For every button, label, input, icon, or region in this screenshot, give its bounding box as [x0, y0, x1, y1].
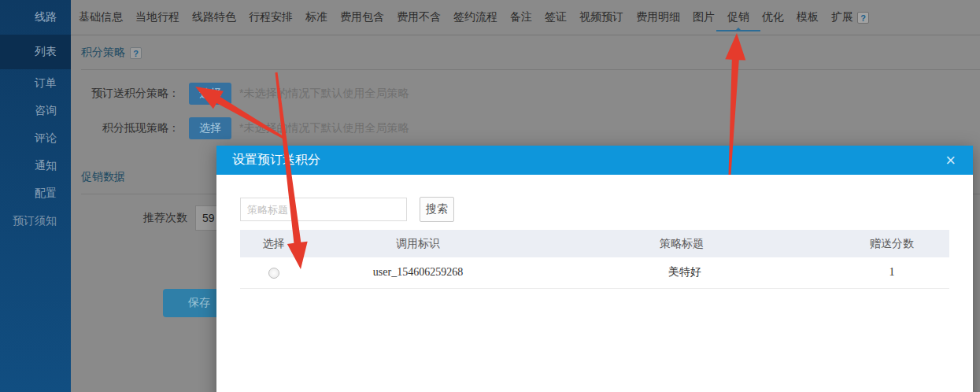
sidebar-item-notifications[interactable]: 通知: [0, 152, 71, 179]
column-header-points: 赠送分数: [834, 230, 949, 257]
sidebar-item-comments[interactable]: 评论: [0, 124, 71, 152]
promo-data-title-text: 促销数据: [81, 170, 125, 184]
sidebar-item-list[interactable]: 列表: [0, 35, 71, 69]
policy-table-header-row: 选择 调用标识 策略标题 赠送分数: [240, 230, 949, 257]
app-window: 线路 列表 订单 咨询 评论 通知 配置 预订须知 基础信息 当地行程 线路特色…: [0, 0, 980, 392]
tab-fee-included[interactable]: 费用包含: [340, 10, 384, 24]
tab-itinerary-plan[interactable]: 行程安排: [249, 10, 293, 24]
points-redeem-select-button[interactable]: 选择: [189, 117, 231, 139]
tab-fee-details[interactable]: 费用明细: [636, 10, 680, 24]
policy-table: 选择 调用标识 策略标题 赠送分数 user_154606259268 美特好 …: [240, 230, 949, 289]
tab-local-itinerary[interactable]: 当地行程: [135, 10, 179, 24]
tab-signing-process[interactable]: 签约流程: [453, 10, 497, 24]
column-header-policy-title: 策略标题: [529, 230, 834, 257]
tab-fee-excluded[interactable]: 费用不含: [397, 10, 441, 24]
sidebar: 线路 列表 订单 咨询 评论 通知 配置 预订须知: [0, 0, 71, 392]
cell-call-id: user_154606259268: [307, 257, 529, 288]
tab-video-booking[interactable]: 视频预订: [579, 10, 623, 24]
points-redeem-policy-label: 积分抵现策略：: [81, 121, 179, 135]
tab-extension[interactable]: 扩展 ?: [831, 10, 869, 24]
cell-points: 1: [834, 257, 949, 288]
section-divider: [81, 69, 980, 70]
points-policy-title-text: 积分策略: [81, 46, 125, 60]
column-header-select: 选择: [240, 230, 307, 257]
table-row: user_154606259268 美特好 1: [240, 257, 949, 288]
policy-title-search-input[interactable]: [240, 198, 407, 221]
modal-body: 搜索 选择 调用标识 策略标题 赠送分数 user_154606259268 美…: [216, 175, 973, 289]
search-button[interactable]: 搜索: [420, 197, 454, 222]
column-header-call-id: 调用标识: [307, 230, 529, 257]
tab-optimization[interactable]: 优化: [762, 10, 784, 24]
modal-title: 设置预订送积分: [232, 152, 945, 168]
points-redeem-hint: *未选择的情况下默认使用全局策略: [239, 121, 409, 135]
sidebar-item-orders[interactable]: 订单: [0, 69, 71, 97]
tab-route-features[interactable]: 线路特色: [192, 10, 236, 24]
help-icon[interactable]: ?: [857, 12, 869, 24]
points-redeem-policy-row: 积分抵现策略： 选择 *未选择的情况下默认使用全局策略: [81, 117, 980, 139]
booking-points-select-button[interactable]: 选择: [189, 83, 231, 105]
booking-points-hint: *未选择的情况下默认使用全局策略: [239, 87, 409, 101]
tab-template[interactable]: 模板: [797, 10, 819, 24]
close-icon[interactable]: ×: [945, 152, 956, 169]
set-booking-points-modal: 设置预订送积分 × 搜索 选择 调用标识 策略标题 赠送分数: [216, 146, 973, 392]
cell-policy-title: 美特好: [529, 257, 834, 288]
sidebar-item-inquiry[interactable]: 咨询: [0, 97, 71, 124]
points-policy-section-title: 积分策略 ?: [81, 35, 980, 69]
tab-promotion[interactable]: 促销: [727, 10, 749, 24]
modal-header: 设置预订送积分 ×: [216, 146, 973, 175]
sidebar-item-route[interactable]: 线路: [0, 0, 71, 35]
tab-standard[interactable]: 标准: [305, 10, 327, 24]
tab-bar: 基础信息 当地行程 线路特色 行程安排 标准 费用包含 费用不含 签约流程 备注…: [71, 0, 980, 35]
tab-remarks[interactable]: 备注: [510, 10, 532, 24]
tab-extension-label: 扩展: [831, 10, 853, 24]
tab-images[interactable]: 图片: [693, 10, 715, 24]
tab-basic-info[interactable]: 基础信息: [79, 10, 123, 24]
booking-points-policy-label: 预订送积分策略：: [81, 87, 179, 101]
recommend-count-label: 推荐次数: [81, 211, 187, 225]
help-icon[interactable]: ?: [130, 47, 142, 59]
policy-search-row: 搜索: [240, 197, 949, 222]
tab-visa[interactable]: 签证: [545, 10, 567, 24]
sidebar-item-settings[interactable]: 配置: [0, 179, 71, 207]
sidebar-item-booking-notice[interactable]: 预订须知: [0, 207, 71, 235]
policy-radio-button[interactable]: [268, 268, 279, 279]
booking-points-policy-row: 预订送积分策略： 选择 *未选择的情况下默认使用全局策略: [81, 83, 980, 105]
